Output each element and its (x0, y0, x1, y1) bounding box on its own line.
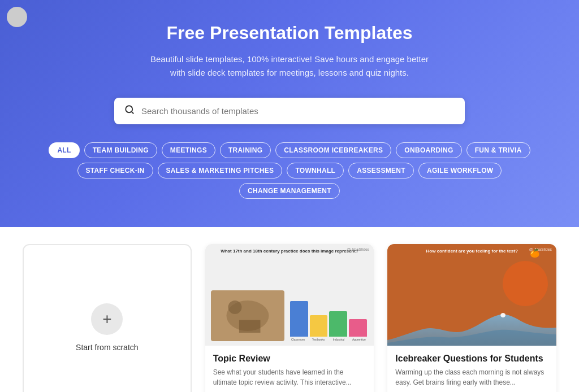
card-thumbnail-topic: @ AhaSlides What 17th and 18th century p… (205, 244, 374, 346)
tag-sales[interactable]: SALES & MARKETING PITCHES (158, 163, 283, 178)
tag-fun-trivia[interactable]: FUN & TRIVIA (466, 142, 530, 158)
tag-change[interactable]: CHANGE MANAGEMENT (239, 183, 340, 199)
tag-onboarding[interactable]: ONBOARDING (396, 142, 461, 158)
template-card-icebreaker[interactable]: @ AhaSlides How confident are you feelin… (387, 244, 556, 392)
hero-section: Free Presentation Templates Beautiful sl… (0, 0, 579, 227)
tag-all[interactable]: ALL (49, 142, 79, 158)
thumb-question-topic: What 17th and 18th century practice does… (211, 249, 369, 254)
tag-townhall[interactable]: TOWNHALL (287, 163, 344, 178)
scratch-icon: + (91, 303, 123, 335)
card-thumbnail-ice: @ AhaSlides How confident are you feelin… (387, 244, 556, 346)
svg-rect-5 (239, 320, 261, 333)
fruits-icon: 🍊 (530, 249, 539, 258)
cards-grid: + Start from scratch @ AhaSlides What 17… (23, 244, 556, 392)
tag-meetings[interactable]: MEETINGS (162, 142, 215, 158)
tags-container: ALL TEAM BUILDING MEETINGS TRAINING CLAS… (35, 142, 544, 199)
template-card-topic-review[interactable]: @ AhaSlides What 17th and 18th century p… (205, 244, 374, 392)
hero-subtitle: Beautiful slide templates, 100% interact… (142, 53, 437, 80)
thumbnail-topic-content: @ AhaSlides What 17th and 18th century p… (205, 244, 374, 346)
ice-question: How confident are you feeling for the te… (393, 249, 551, 254)
search-bar (114, 98, 465, 124)
wave-chart (387, 300, 556, 346)
scratch-card[interactable]: + Start from scratch (23, 244, 192, 392)
avatar[interactable] (7, 7, 27, 27)
tag-staff-checkin[interactable]: STAFF CHECK-IN (77, 163, 153, 178)
thumbnail-ice-content: @ AhaSlides How confident are you feelin… (387, 244, 556, 346)
search-container (114, 98, 465, 124)
tag-classroom[interactable]: CLASSROOM ICEBREAKERS (275, 142, 391, 158)
ahslides-logo-topic: @ AhaSlides (347, 247, 369, 251)
scratch-label: Start from scratch (76, 343, 138, 352)
search-icon (124, 104, 135, 117)
svg-point-4 (228, 300, 241, 314)
content-section: + Start from scratch @ AhaSlides What 17… (0, 227, 579, 392)
card-desc-topic: See what your students have learned in t… (213, 367, 366, 387)
card-body-topic: Topic Review See what your students have… (205, 346, 374, 392)
search-input[interactable] (141, 106, 455, 116)
card-title-ice: Icebreaker Questions for Students (395, 354, 548, 364)
card-desc-ice: Warming up the class each morning is not… (395, 367, 548, 387)
tag-assessment[interactable]: ASSESSMENT (348, 163, 414, 178)
svg-line-1 (131, 111, 133, 113)
svg-point-6 (501, 313, 506, 317)
card-title-topic: Topic Review (213, 354, 366, 364)
tag-team-building[interactable]: TEAM BUILDING (84, 142, 157, 158)
card-body-ice: Icebreaker Questions for Students Warmin… (387, 346, 556, 392)
tag-agile[interactable]: AGILE WORKFLOW (418, 163, 502, 178)
tag-training[interactable]: TRAINING (220, 142, 271, 158)
plus-icon: + (102, 310, 111, 328)
hero-title: Free Presentation Templates (11, 23, 568, 43)
